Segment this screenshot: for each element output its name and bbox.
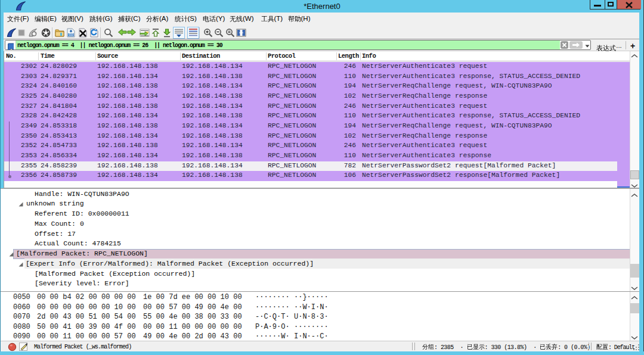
svg-text:010: 010 bbox=[69, 33, 73, 36]
